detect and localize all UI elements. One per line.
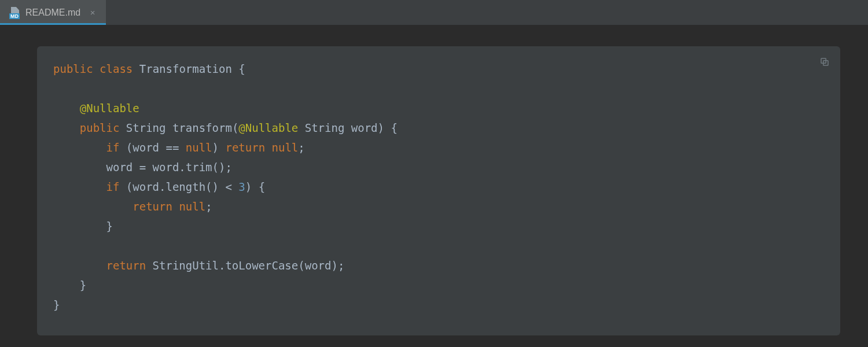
tab-readme[interactable]: MD README.md × bbox=[0, 0, 106, 25]
markdown-file-icon: MD bbox=[9, 7, 21, 19]
code-content[interactable]: public class Transformation { @Nullable … bbox=[53, 59, 824, 315]
editor-preview-area: public class Transformation { @Nullable … bbox=[0, 25, 868, 347]
close-icon[interactable]: × bbox=[89, 8, 97, 17]
tab-bar: MD README.md × bbox=[0, 0, 868, 25]
tab-label: README.md bbox=[25, 8, 80, 18]
copy-icon[interactable] bbox=[819, 57, 830, 67]
code-block: public class Transformation { @Nullable … bbox=[37, 46, 840, 335]
